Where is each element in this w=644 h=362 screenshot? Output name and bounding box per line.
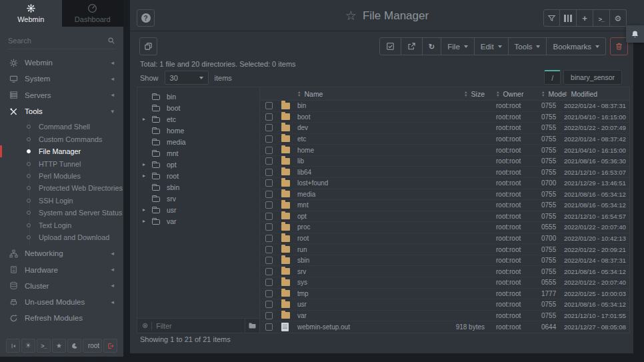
menu-file[interactable]: File bbox=[441, 37, 475, 55]
column-header-modified[interactable]: Modified bbox=[564, 90, 629, 98]
cell-name[interactable]: tmp bbox=[297, 290, 440, 297]
terminal-button[interactable] bbox=[593, 9, 610, 27]
sidebar-item-webmin[interactable]: Webmin bbox=[0, 55, 123, 71]
favorites-button[interactable] bbox=[52, 339, 66, 353]
cell-name[interactable]: lib64 bbox=[297, 169, 440, 176]
theme-toggle-button[interactable] bbox=[21, 339, 35, 353]
table-row-var[interactable]: var root:root 0755 2021/12/10 - 17:01:55 bbox=[260, 311, 629, 322]
row-checkbox[interactable] bbox=[265, 102, 273, 109]
table-row-webmin-setup-out[interactable]: webmin-setup.out 918 bytes root:root 064… bbox=[260, 321, 629, 333]
tree-item-var[interactable]: var bbox=[137, 215, 259, 227]
column-header-name[interactable]: Name bbox=[297, 90, 440, 98]
row-checkbox[interactable] bbox=[265, 135, 273, 143]
table-row-tmp[interactable]: tmp root:root 1777 2022/01/25 - 10:00:03 bbox=[260, 289, 629, 300]
filter-input[interactable] bbox=[156, 322, 245, 330]
tree-item-mnt[interactable]: mnt bbox=[137, 147, 259, 159]
row-checkbox[interactable] bbox=[265, 290, 273, 297]
sidebar-item-servers[interactable]: Servers bbox=[0, 87, 123, 103]
cell-name[interactable]: usr bbox=[297, 301, 440, 308]
tree-item-boot[interactable]: boot bbox=[137, 102, 259, 113]
path-segment-root[interactable]: / bbox=[544, 70, 561, 85]
tab-webmin[interactable]: Webmin bbox=[0, 0, 62, 27]
row-checkbox[interactable] bbox=[265, 213, 273, 220]
select-all-button[interactable] bbox=[379, 37, 401, 55]
caret-right-icon[interactable] bbox=[143, 161, 152, 167]
cell-name[interactable]: media bbox=[297, 191, 440, 198]
cell-name[interactable]: lost+found bbox=[297, 179, 440, 187]
help-button[interactable]: ? bbox=[137, 9, 155, 27]
row-checkbox[interactable] bbox=[265, 147, 273, 154]
page-size-select[interactable]: 30 bbox=[165, 71, 209, 85]
row-checkbox[interactable] bbox=[265, 113, 273, 121]
cell-name[interactable]: boot bbox=[297, 113, 440, 121]
tree-folder-button[interactable] bbox=[245, 319, 259, 333]
column-header-mode[interactable]: Mode bbox=[533, 90, 564, 98]
table-row-dev[interactable]: dev root:root 0755 2022/01/22 - 20:07:49 bbox=[260, 123, 629, 134]
cell-name[interactable]: sys bbox=[297, 279, 440, 286]
sidebar-item-system-and-server-status[interactable]: System and Server Status bbox=[0, 207, 123, 219]
table-row-proc[interactable]: proc root:root 0555 2022/01/22 - 20:07:4… bbox=[260, 222, 629, 233]
cell-name[interactable]: bin bbox=[297, 102, 440, 109]
tree-item-home[interactable]: home bbox=[137, 125, 259, 136]
notifications-button[interactable] bbox=[626, 25, 644, 43]
tree-item-etc[interactable]: etc bbox=[137, 113, 259, 125]
night-mode-button[interactable] bbox=[67, 339, 81, 353]
tree-item-root[interactable]: root bbox=[137, 170, 259, 181]
sidebar-item-command-shell[interactable]: Command Shell bbox=[0, 121, 123, 133]
tree-item-srv[interactable]: srv bbox=[137, 193, 259, 204]
cell-name[interactable]: webmin-setup.out bbox=[297, 323, 440, 331]
cell-name[interactable]: srv bbox=[297, 268, 440, 275]
row-checkbox[interactable] bbox=[265, 179, 273, 187]
settings-button[interactable] bbox=[610, 9, 627, 27]
caret-right-icon[interactable] bbox=[143, 116, 152, 122]
sidebar-item-cluster[interactable]: Cluster bbox=[0, 278, 123, 294]
row-checkbox[interactable] bbox=[265, 124, 273, 131]
clear-filter-icon[interactable] bbox=[137, 322, 151, 329]
row-checkbox[interactable] bbox=[265, 268, 273, 275]
row-checkbox[interactable] bbox=[265, 301, 273, 308]
sidebar-item-ssh-login[interactable]: SSH Login bbox=[0, 195, 123, 207]
tree-item-media[interactable]: media bbox=[137, 136, 259, 147]
tree-item-bin[interactable]: bin bbox=[137, 91, 259, 102]
logout-button[interactable] bbox=[103, 339, 117, 353]
search-input[interactable] bbox=[8, 37, 107, 45]
row-checkbox[interactable] bbox=[265, 201, 273, 209]
favorite-star-icon[interactable] bbox=[345, 8, 357, 23]
row-checkbox[interactable] bbox=[265, 235, 273, 242]
table-row-opt[interactable]: opt root:root 0755 2021/12/10 - 16:54:57 bbox=[260, 211, 629, 223]
cell-name[interactable]: mnt bbox=[297, 201, 440, 209]
table-row-lost-found[interactable]: lost+found root:root 0700 2021/12/29 - 1… bbox=[260, 178, 629, 189]
table-row-sbin[interactable]: sbin root:root 0755 2022/01/24 - 08:37:3… bbox=[260, 255, 629, 267]
row-checkbox[interactable] bbox=[265, 279, 273, 286]
sidebar-item-custom-commands[interactable]: Custom Commands bbox=[0, 133, 123, 145]
row-checkbox[interactable] bbox=[265, 169, 273, 176]
terminal-button[interactable] bbox=[37, 339, 51, 353]
table-row-run[interactable]: run root:root 0755 2022/01/22 - 20:09:21 bbox=[260, 244, 629, 255]
table-row-bin[interactable]: bin root:root 0755 2022/01/24 - 08:37:31 bbox=[260, 101, 629, 112]
menu-edit[interactable]: Edit bbox=[475, 37, 509, 55]
sidebar-item-text-login[interactable]: Text Login bbox=[0, 219, 123, 231]
column-header-owner[interactable]: Owner bbox=[488, 90, 533, 98]
cell-name[interactable]: home bbox=[297, 147, 440, 154]
caret-right-icon[interactable] bbox=[143, 207, 152, 213]
clone-window-button[interactable] bbox=[139, 37, 157, 55]
cell-name[interactable]: root bbox=[297, 235, 440, 242]
column-header-size[interactable]: Size bbox=[440, 90, 488, 98]
menu-tools[interactable]: Tools bbox=[509, 37, 547, 55]
table-row-sys[interactable]: sys root:root 0555 2022/01/22 - 20:07:40 bbox=[260, 277, 629, 289]
caret-right-icon[interactable] bbox=[143, 173, 152, 179]
table-row-usr[interactable]: usr root:root 0755 2021/08/16 - 05:34:12 bbox=[260, 299, 629, 311]
sidebar-item-un-used-modules[interactable]: Un-used Modules bbox=[0, 294, 123, 310]
tree-item-opt[interactable]: opt bbox=[137, 159, 259, 170]
cell-name[interactable]: proc bbox=[297, 223, 440, 231]
cell-name[interactable]: lib bbox=[297, 157, 440, 165]
table-row-mnt[interactable]: mnt root:root 0755 2021/08/16 - 05:34:12 bbox=[260, 200, 629, 211]
sidebar-item-tools[interactable]: Tools bbox=[0, 103, 123, 119]
collapse-sidebar-button[interactable] bbox=[6, 339, 20, 353]
sidebar-item-protected-web-directories[interactable]: Protected Web Directories bbox=[0, 182, 123, 194]
share-button[interactable] bbox=[401, 37, 423, 55]
refresh-button[interactable] bbox=[423, 37, 441, 55]
row-checkbox[interactable] bbox=[265, 157, 273, 165]
add-button[interactable] bbox=[577, 9, 593, 27]
table-row-home[interactable]: home root:root 0755 2021/04/10 - 16:15:0… bbox=[260, 145, 629, 156]
